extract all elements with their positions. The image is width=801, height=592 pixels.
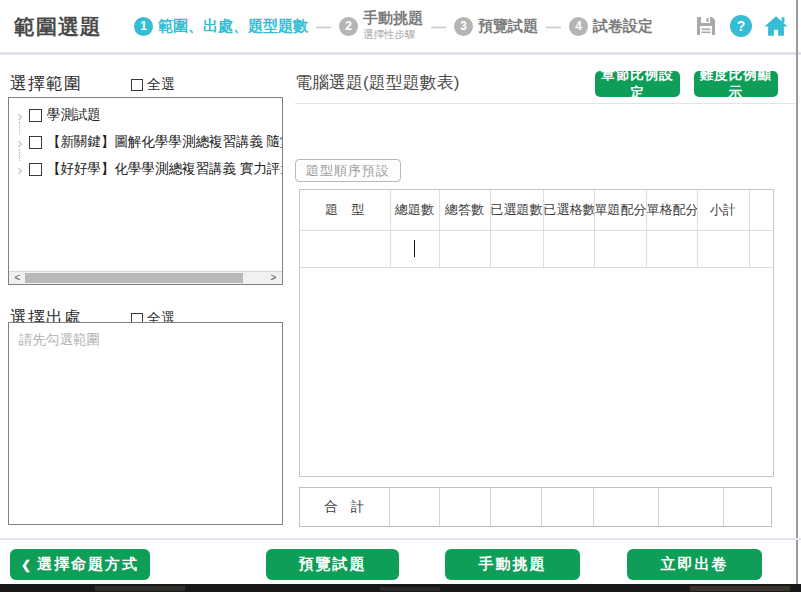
tree-item-label: 學測試題 xyxy=(47,106,101,124)
total-cell xyxy=(541,488,593,526)
tree-item-study-well-book[interactable]: › 【好好學】化學學測總複習講義 實力評量 xyxy=(9,156,282,182)
col-header-empty xyxy=(749,190,773,230)
tree-item-label: 【新關鍵】圖解化學學測總複習講義 隨堂 xyxy=(47,133,282,151)
horizontal-scrollbar[interactable]: < > xyxy=(9,271,282,284)
tree-item-checkbox[interactable] xyxy=(29,136,42,149)
total-cell xyxy=(658,488,723,526)
col-header-type: 題 型 xyxy=(300,190,390,230)
cell-subtotal[interactable] xyxy=(697,230,749,267)
step-3-label: 預覽試題 xyxy=(478,18,538,35)
computer-pick-title: 電腦選題(題型題數表) xyxy=(295,71,459,94)
tree-item-label: 【好好學】化學學測總複習講義 實力評量 xyxy=(47,160,282,178)
col-header-total-questions: 總題數 xyxy=(390,190,439,230)
manual-pick-button[interactable]: 手動挑題 xyxy=(445,549,580,580)
chevron-left-icon: ❮ xyxy=(21,558,31,572)
save-icon[interactable] xyxy=(693,13,719,39)
step-2-manual-pick[interactable]: 2 手動挑題 選擇性步驟 xyxy=(339,10,423,42)
step-4-label: 試卷設定 xyxy=(593,18,653,35)
total-row-table: 合 計 xyxy=(299,487,772,527)
header-icons: ? xyxy=(693,0,789,52)
range-select-all[interactable]: 全選 xyxy=(131,76,175,94)
cell-selected-blanks[interactable] xyxy=(543,230,594,267)
tree-item-new-key-book[interactable]: › 【新關鍵】圖解化學學測總複習講義 隨堂 xyxy=(9,129,282,155)
step-2-badge: 2 xyxy=(339,17,358,36)
header-divider xyxy=(0,52,801,55)
tree-item-exam-questions[interactable]: › 學測試題 xyxy=(9,102,282,128)
range-select-all-label: 全選 xyxy=(147,76,175,94)
expand-icon[interactable]: › xyxy=(13,161,27,178)
cell-total-answers[interactable] xyxy=(439,230,490,267)
total-cell xyxy=(723,488,771,526)
step-2-sublabel: 選擇性步驟 xyxy=(363,28,423,42)
expand-icon[interactable]: › xyxy=(13,134,27,151)
step-2-label: 手動挑題 xyxy=(363,10,423,27)
cell-selected-questions[interactable] xyxy=(490,230,543,267)
cell-empty xyxy=(749,230,773,267)
step-3-preview[interactable]: 3 預覽試題 xyxy=(454,17,538,36)
exam-builder-window: 範圍選題 1 範圍、出處、題型題數 — 2 手動挑題 選擇性步驟 — 3 預覽試… xyxy=(0,0,801,592)
text-caret xyxy=(414,240,416,257)
step-dash: — xyxy=(546,18,561,35)
col-header-total-answers: 總答數 xyxy=(439,190,490,230)
source-list[interactable]: 請先勾選範圍 xyxy=(8,322,283,525)
taskbar-strip xyxy=(0,584,801,592)
total-row: 合 計 xyxy=(300,488,771,526)
range-tree[interactable]: › 學測試題 › 【新關鍵】圖解化學學測總複習講義 隨堂 › 【好好學】化學學測… xyxy=(8,97,283,285)
step-1-range[interactable]: 1 範圍、出處、題型題數 xyxy=(134,17,308,36)
range-section-title: 選擇範圍 xyxy=(10,72,82,95)
scroll-left-icon[interactable]: < xyxy=(11,272,24,284)
window-right-border xyxy=(796,0,798,584)
scroll-right-icon[interactable]: > xyxy=(267,272,280,284)
total-cell xyxy=(490,488,541,526)
col-header-points-per-question: 單題配分 xyxy=(594,190,646,230)
step-dash: — xyxy=(316,18,331,35)
question-type-table: 題 型 總題數 總答數 已選題數 已選格數 單題配分 單格配分 小計 xyxy=(299,189,774,477)
help-icon[interactable]: ? xyxy=(728,13,754,39)
step-4-badge: 4 xyxy=(569,17,588,36)
range-select-all-checkbox[interactable] xyxy=(131,79,143,91)
col-header-subtotal: 小計 xyxy=(697,190,749,230)
content-bottom-divider xyxy=(0,538,801,540)
total-cell xyxy=(593,488,658,526)
type-order-preset-button[interactable]: 題型順序預設 xyxy=(295,159,401,182)
col-header-selected-blanks: 已選格數 xyxy=(543,190,594,230)
step-1-label: 範圍、出處、題型題數 xyxy=(158,18,308,35)
stepper: 1 範圍、出處、題型題數 — 2 手動挑題 選擇性步驟 — 3 預覽試題 — 4… xyxy=(134,0,653,52)
source-placeholder: 請先勾選範圍 xyxy=(19,331,100,349)
step-1-badge: 1 xyxy=(134,17,153,36)
back-to-method-button[interactable]: ❮ 選擇命題方式 xyxy=(10,549,150,580)
section-divider xyxy=(295,103,795,104)
expand-icon[interactable]: › xyxy=(13,107,27,124)
cell-type[interactable] xyxy=(300,230,390,267)
table-row xyxy=(300,230,773,267)
help-glyph: ? xyxy=(730,15,752,37)
page-title: 範圍選題 xyxy=(14,13,102,41)
header: 範圍選題 1 範圍、出處、題型題數 — 2 手動挑題 選擇性步驟 — 3 預覽試… xyxy=(0,0,801,52)
step-4-paper-settings[interactable]: 4 試卷設定 xyxy=(569,17,653,36)
chapter-ratio-button[interactable]: 章節比例設定 xyxy=(595,71,680,97)
step-dash: — xyxy=(431,18,446,35)
cell-total-questions-input[interactable] xyxy=(390,230,439,267)
col-header-selected-questions: 已選題數 xyxy=(490,190,543,230)
cell-points-per-blank[interactable] xyxy=(646,230,697,267)
total-cell xyxy=(389,488,439,526)
back-button-label: 選擇命題方式 xyxy=(37,555,139,574)
step-3-badge: 3 xyxy=(454,17,473,36)
cell-points-per-question[interactable] xyxy=(594,230,646,267)
preview-questions-button[interactable]: 預覽試題 xyxy=(266,549,399,580)
scrollbar-thumb[interactable] xyxy=(25,273,243,283)
tree-item-checkbox[interactable] xyxy=(29,163,42,176)
home-icon[interactable] xyxy=(763,13,789,39)
difficulty-ratio-button[interactable]: 難度比例顯示 xyxy=(694,71,778,97)
tree-item-checkbox[interactable] xyxy=(29,109,42,122)
generate-paper-button[interactable]: 立即出卷 xyxy=(627,549,762,580)
total-cell xyxy=(439,488,490,526)
table-header-row: 題 型 總題數 總答數 已選題數 已選格數 單題配分 單格配分 小計 xyxy=(300,190,773,230)
total-label-cell: 合 計 xyxy=(300,488,389,526)
col-header-points-per-blank: 單格配分 xyxy=(646,190,697,230)
